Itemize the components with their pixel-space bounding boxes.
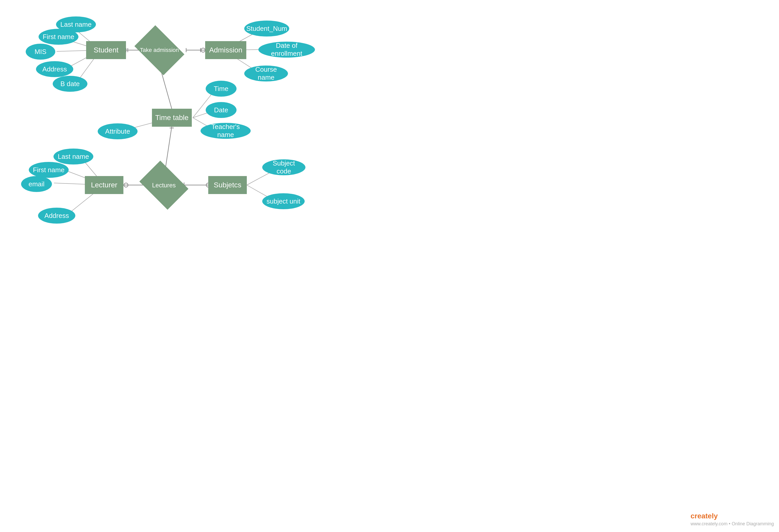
sub-code: Subject code (262, 159, 305, 175)
student-entity: Student (86, 41, 126, 59)
take-admission-label: Take admission (140, 47, 179, 54)
lec-address-label: Address (45, 212, 69, 220)
admission-course: Course name (244, 66, 288, 81)
subjetcs-label: Subjetcs (214, 181, 241, 189)
tt-attribute-label: Attribute (105, 128, 130, 135)
lec-address: Address (38, 208, 75, 223)
subjetcs-entity: Subjetcs (208, 176, 247, 194)
tt-teacher: Teacher's name (200, 123, 251, 139)
tt-date-label: Date (214, 106, 228, 114)
admission-date-label: Date of enrollment (262, 42, 311, 58)
admission-course-label: Course name (248, 66, 284, 81)
lec-first: First name (29, 162, 69, 178)
lec-email-label: email (28, 180, 45, 188)
student-bdate: B date (53, 76, 87, 92)
admission-date: Date of enrollment (258, 42, 315, 58)
student-label: Student (94, 46, 119, 54)
sub-unit-label: subject unit (266, 197, 301, 205)
tt-date: Date (206, 102, 237, 118)
tagline: www.creately.com • Online Diagramming (691, 521, 774, 526)
student-mis-label: MIS (35, 48, 46, 56)
time-table-entity: Time table (152, 109, 192, 127)
tt-time: Time (206, 81, 237, 96)
student-bdate-label: B date (60, 80, 80, 88)
sub-unit: subject unit (262, 193, 305, 209)
tt-time-label: Time (214, 85, 229, 93)
lecturer-entity: Lecturer (85, 176, 123, 194)
lecturer-label: Lecturer (91, 181, 118, 189)
student-first-name: First name (39, 29, 78, 45)
student-mis: MIS (26, 44, 55, 60)
time-table-label: Time table (155, 114, 189, 122)
student-first-label: First name (43, 33, 74, 41)
lec-first-label: First name (33, 166, 65, 174)
lectures-label: Lectures (152, 182, 176, 189)
student-last-label: Last name (60, 20, 92, 28)
student-address: Address (36, 61, 73, 77)
take-admission-entity: Take admission (139, 36, 180, 65)
brand-name: creately (691, 512, 718, 520)
lectures-entity: Lectures (144, 171, 184, 200)
admission-entity: Admission (205, 41, 246, 59)
admission-num-label: Student_Num (246, 25, 287, 32)
lec-last: Last name (54, 148, 93, 164)
lec-last-label: Last name (58, 153, 89, 160)
sub-code-label: Subject code (266, 159, 302, 175)
watermark: creately www.creately.com • Online Diagr… (691, 512, 774, 527)
student-address-label: Address (43, 65, 67, 73)
admission-label: Admission (209, 46, 242, 54)
tt-attribute: Attribute (98, 123, 137, 139)
lec-email: email (21, 176, 52, 192)
tt-teacher-label: Teacher's name (204, 123, 247, 139)
admission-num: Student_Num (244, 20, 289, 37)
